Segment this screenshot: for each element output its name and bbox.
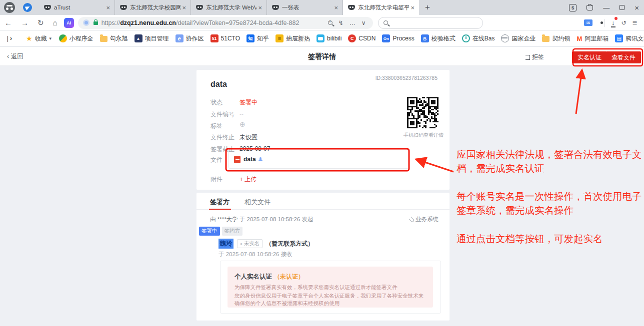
field-label: 状态 [210, 98, 222, 107]
forward-icon[interactable]: → [16, 18, 33, 27]
incognito-icon [4, 2, 15, 13]
zoom-page-icon[interactable] [325, 19, 336, 26]
mask-favicon [44, 5, 51, 10]
bookmark-favorites[interactable]: ★ 收藏 ▼ [26, 34, 52, 43]
ai-assistant-icon[interactable]: AI [64, 18, 74, 28]
more-tools-icon[interactable]: … [346, 19, 358, 26]
file-item[interactable]: data [228, 150, 410, 169]
tab-form[interactable]: 一张表 × [267, 0, 343, 15]
tab-title: aTrust [54, 4, 104, 10]
field-label: 文件 [210, 156, 222, 164]
tab-close-icon[interactable]: × [104, 4, 112, 11]
address-bar[interactable]: https://dzqz1.nenu.edu.cn/detail?viewTok… [78, 17, 373, 29]
chevron-down-icon[interactable]: ∨ [358, 19, 369, 26]
tracking-shield-icon[interactable] [83, 19, 90, 26]
view-file-button[interactable]: 查看文件 [606, 51, 641, 63]
new-tab-button[interactable]: + [419, 2, 436, 12]
minimize-button[interactable]: — [598, 4, 614, 11]
tab-title: 东北师范大学电签平台-te [358, 4, 409, 11]
active-tab-underline [209, 209, 231, 210]
field-label: 附件 [210, 175, 222, 184]
bookmark-online-base[interactable]: 在线Bas [462, 34, 495, 43]
restore-button[interactable] [614, 5, 630, 10]
lightning-icon[interactable]: ↯ [336, 19, 346, 26]
mask-favicon [348, 5, 355, 10]
mask-favicon [196, 5, 203, 10]
mask-favicon [272, 5, 279, 10]
bookmark-chouti[interactable]: ≡抽屉新热 [276, 34, 310, 43]
tab-close-icon[interactable]: × [332, 4, 340, 11]
realname-auth-button[interactable]: 实名认证 [572, 51, 607, 63]
received-time: 于 2025-07-08 10:58:26 接收 [218, 251, 292, 258]
tab-title: 一张表 [282, 4, 332, 11]
qr-code [407, 97, 438, 128]
bookmark-tencent-docs[interactable]: ▤腾讯文档 [615, 34, 644, 43]
bookmark-bilibili[interactable]: bilibili [316, 34, 342, 42]
reload-icon[interactable]: ↻ [33, 18, 48, 27]
clock-icon [462, 34, 470, 42]
bookmark-collab[interactable]: e协作区 [176, 34, 204, 43]
home-icon[interactable]: ⌂ [48, 18, 62, 27]
tab-esign-platform-active[interactable]: 东北师范大学电签平台-te × [343, 0, 419, 15]
qr-caption: 手机扫码查看详情 [394, 132, 454, 139]
bilibili-icon [316, 34, 324, 42]
back-icon[interactable]: ← [0, 18, 16, 27]
business-system-tag[interactable]: 业务系统 [410, 216, 438, 223]
document-info-card: ID:3380036523781263785 data 状态 签署中 文件编号 … [196, 70, 450, 190]
tab-atrust[interactable]: aTrust × [39, 0, 115, 15]
folder-icon [100, 36, 108, 42]
search-input[interactable] [378, 17, 483, 29]
processon-icon: On [382, 34, 390, 42]
search-icon [384, 20, 388, 25]
tab-signers[interactable]: 签署方 [210, 198, 230, 207]
bookmark-zhihu[interactable]: 知知乎 [246, 34, 269, 43]
signer-contact: （暂无联系方式） [266, 240, 314, 248]
tab-title: 东北师范大学校园网络提示 [130, 4, 180, 11]
bookmark-gov-enterprise[interactable]: 国家企业 [501, 34, 536, 43]
field-label: 文件编号 [210, 110, 234, 119]
downloads-icon[interactable]: ↓ [608, 19, 618, 26]
browser-logo-icon [23, 3, 32, 12]
chevron-down-icon: ▼ [48, 36, 52, 41]
tab-close-icon[interactable]: × [180, 4, 188, 11]
bookmark-alimail[interactable]: M阿里邮箱 [576, 34, 608, 43]
window-close-button[interactable]: × [630, 3, 644, 12]
document-id: ID:3380036523781263785 [376, 75, 438, 81]
mail-icon[interactable]: ✉ [581, 19, 596, 26]
reject-sign-button[interactable]: 拒签 [526, 53, 544, 61]
bookmark-folder-qiyuesuo[interactable]: 契约锁 [542, 34, 570, 43]
collab-icon: e [176, 34, 184, 42]
undo-icon[interactable]: ↺ [618, 19, 630, 26]
dot-icon: ● [240, 242, 242, 246]
bookmark-processon[interactable]: OnProcess [382, 34, 414, 42]
ssl-lock-icon[interactable] [94, 21, 98, 25]
menu-icon[interactable]: ≡ [630, 18, 640, 27]
bookmark-validator[interactable]: B校验格式 [421, 34, 456, 43]
tab-related-files[interactable]: 相关文件 [244, 198, 270, 207]
initiator-info: 由 ****大学 于 2025-07-08 10:58:26 发起 [210, 216, 313, 223]
bookmark-51cto[interactable]: 5151CTO [210, 34, 240, 42]
tab-campus-network[interactable]: 东北师范大学校园网络提示 × [115, 0, 191, 15]
fileno-value: -- [240, 110, 244, 117]
theme-skin-icon[interactable] [582, 5, 598, 10]
bookmark-project-mgmt[interactable]: ▲项目管理 [134, 34, 169, 43]
page-title: 签署详情 [0, 52, 644, 61]
signer-person-icon [258, 157, 263, 162]
bookmark-miniapp[interactable]: 小程序全 [59, 34, 94, 43]
add-tag-icon[interactable]: ⊕ [240, 120, 246, 128]
pdf-file-icon [234, 156, 240, 163]
bookmark-folder-gouyongxu[interactable]: 勾永旭 [100, 34, 128, 43]
upload-link[interactable]: + 上传 [240, 175, 256, 184]
annotation-arrow-up [576, 70, 582, 114]
signers-card: 签署方 相关文件 由 ****大学 于 2025-07-08 10:58:26 … [196, 193, 450, 321]
tab-close-icon[interactable]: × [409, 4, 416, 11]
tab-count-badge[interactable]: 5 [564, 4, 582, 11]
sidebar-toggle-icon[interactable]: ❘› [0, 35, 17, 42]
tab-close-icon[interactable]: × [256, 4, 264, 11]
page-header: ‹ 返回 签署详情 拒签 [0, 47, 644, 66]
url-text: https://dzqz1.nenu.edu.cn/detail?viewTok… [102, 19, 325, 26]
bookmark-csdn[interactable]: CCSDN [348, 34, 376, 42]
folder-icon [542, 36, 550, 42]
field-label: 文件终止 [210, 133, 234, 142]
tab-webvpn[interactable]: 东北师范大学 WebVPN × [191, 0, 267, 15]
